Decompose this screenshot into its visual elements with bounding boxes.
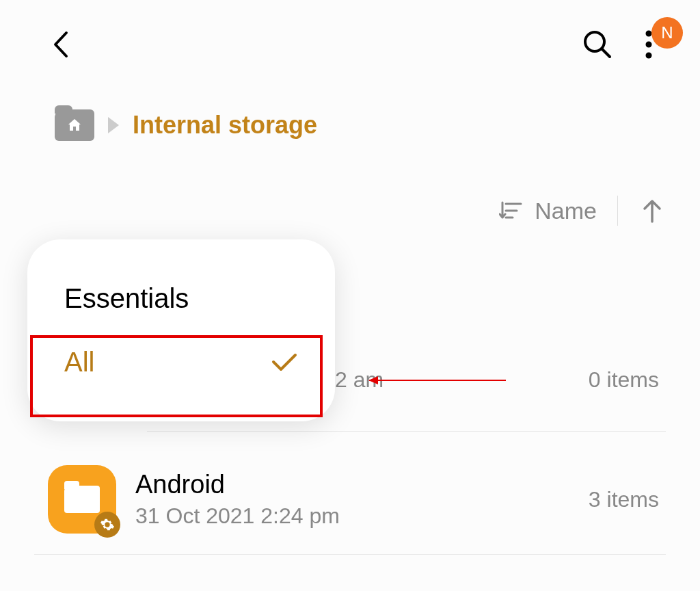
row-divider bbox=[147, 431, 666, 432]
back-button[interactable] bbox=[48, 31, 75, 58]
filter-option-essentials[interactable]: Essentials bbox=[27, 267, 335, 330]
annotation-arrow bbox=[369, 380, 506, 381]
svg-point-3 bbox=[646, 42, 652, 48]
avatar-initial: N bbox=[661, 23, 673, 42]
back-icon bbox=[51, 30, 72, 59]
check-icon bbox=[271, 349, 298, 376]
sort-label: Name bbox=[535, 198, 597, 224]
file-name: Android bbox=[135, 470, 589, 499]
sort-direction-button[interactable] bbox=[638, 197, 666, 224]
sort-button[interactable]: Name bbox=[499, 198, 597, 224]
svg-point-4 bbox=[646, 53, 652, 59]
search-button[interactable] bbox=[580, 27, 615, 62]
avatar[interactable]: N bbox=[651, 17, 683, 49]
filter-option-label: All bbox=[64, 347, 94, 378]
home-icon bbox=[66, 117, 83, 133]
file-item-count: 0 items bbox=[589, 367, 666, 393]
breadcrumb: Internal storage bbox=[0, 75, 700, 168]
breadcrumb-current[interactable]: Internal storage bbox=[133, 111, 317, 140]
list-item[interactable]: Android 31 Oct 2021 2:24 pm 3 items bbox=[34, 445, 666, 555]
file-date: 31 Oct 2021 2:24 pm bbox=[135, 503, 589, 529]
file-item-count: 3 items bbox=[589, 487, 666, 512]
filter-option-all[interactable]: All bbox=[27, 330, 335, 394]
filter-option-label: Essentials bbox=[64, 283, 189, 314]
more-button[interactable]: N bbox=[635, 31, 662, 58]
search-icon bbox=[582, 29, 612, 60]
breadcrumb-separator-icon bbox=[108, 117, 119, 133]
folder-icon bbox=[48, 465, 116, 534]
svg-line-1 bbox=[602, 49, 610, 57]
sort-divider bbox=[617, 196, 618, 226]
filter-dropdown: Essentials All bbox=[27, 239, 335, 421]
arrow-up-icon bbox=[641, 197, 663, 224]
sort-icon bbox=[499, 200, 522, 222]
home-button[interactable] bbox=[55, 109, 94, 141]
gear-icon bbox=[94, 512, 120, 538]
